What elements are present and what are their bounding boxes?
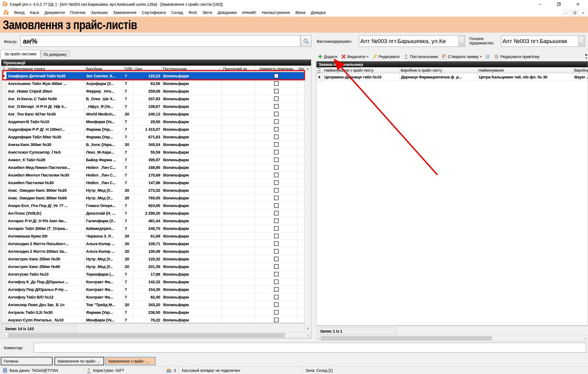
- binding-checkbox[interactable]: [274, 173, 279, 177]
- binding-checkbox[interactable]: [274, 279, 279, 284]
- binding-checkbox[interactable]: [274, 96, 279, 101]
- binding-checkbox[interactable]: [274, 272, 279, 276]
- scroll-down-arrow[interactable]: ∨: [304, 325, 311, 332]
- binding-checkbox[interactable]: [274, 318, 279, 322]
- create-request-button[interactable]: Створити заявку ▾: [441, 53, 483, 60]
- table-row[interactable]: Цитрамон-Дарниця табл №10 Дарниця Фармац…: [316, 73, 588, 81]
- proposals-vertical-scrollbar[interactable]: ∧ ∨: [304, 66, 311, 332]
- search-button[interactable]: [301, 35, 312, 47]
- binding-checkbox[interactable]: [274, 89, 279, 93]
- table-row[interactable]: Антифлу Пор Д/Оральн Р-Ну ... Контракт Ф…: [1, 286, 311, 293]
- binding-checkbox[interactable]: [274, 264, 279, 269]
- menu-item[interactable]: Філії: [186, 10, 200, 15]
- scroll-up-arrow[interactable]: ∧: [304, 66, 311, 72]
- table-row[interactable]: Антистрес Капс 250мг №60 Нутр_Мед (У... …: [1, 263, 311, 270]
- column-header-name[interactable]: Найменування товару: [7, 66, 85, 72]
- menu-item[interactable]: Звіти: [200, 10, 215, 15]
- window-tab-orders-by-price[interactable]: Замовлення по прайс ...: [54, 357, 104, 365]
- column-header-binding[interactable]: Наявність прив'язки: [255, 66, 298, 72]
- menu-item[interactable]: Залишки: [88, 10, 111, 15]
- binding-checkbox[interactable]: [274, 142, 279, 147]
- menu-item[interactable]: Замовлення: [110, 10, 139, 15]
- column-header-qty[interactable]: Кіл: [298, 66, 305, 72]
- table-row[interactable]: Андипал-В Табл №10 Монфарм (Ук... 7 29,5…: [1, 118, 311, 126]
- binding-checkbox[interactable]: [274, 295, 279, 299]
- tab-by-pricelists[interactable]: За прайс-листами: [1, 50, 40, 58]
- binding-checkbox[interactable]: [274, 211, 279, 215]
- menu-item[interactable]: Сертифікати: [139, 10, 169, 15]
- table-row[interactable]: Антифлу Табл В/О №12 Контракт Фа... 7 82…: [1, 293, 311, 301]
- menu-item[interactable]: Склад: [169, 10, 186, 15]
- binding-checkbox[interactable]: [274, 157, 279, 162]
- column-header-vat[interactable]: ПДВ: [123, 66, 133, 72]
- binding-checkbox[interactable]: [274, 112, 279, 116]
- table-row[interactable]: Андрофарм Р-Р Д/_Н 100мг/... Фармак (Укр…: [1, 126, 311, 133]
- table-row[interactable]: Анузол Супп Ректальн_ №10 Монфарм (Ук...…: [1, 316, 311, 323]
- table-row[interactable]: Антраль Табл 0,2г №30 Фармак (Укр... 7 2…: [1, 309, 311, 316]
- table-row[interactable]: Антимошка Крем 20г Червона З_Р... 20 61,…: [1, 232, 311, 240]
- table-row[interactable]: Анкс_Омедин Капс 300мг №20 Нутр_Мед (У..…: [1, 187, 311, 194]
- table-row[interactable]: Ан-Плюс (Уп/8,0г) Денсплай (Н_... 7 2 29…: [1, 209, 311, 217]
- binding-checkbox[interactable]: [274, 249, 279, 254]
- binding-checkbox[interactable]: [274, 234, 279, 238]
- mdi-minimize-button[interactable]: –: [562, 9, 570, 16]
- add-button[interactable]: Додати: [317, 53, 338, 60]
- binding-checkbox[interactable]: [274, 74, 279, 78]
- menu-item[interactable]: Каса: [27, 10, 42, 15]
- binding-checkbox[interactable]: [274, 196, 279, 200]
- binding-checkbox[interactable]: [274, 218, 279, 223]
- binding-checkbox[interactable]: [274, 135, 279, 139]
- binding-checkbox[interactable]: [274, 302, 279, 307]
- tab-by-directory[interactable]: По довіднику: [40, 51, 70, 58]
- table-row[interactable]: Антифлу К_Дс Пор Д/Оральн ... Контракт Ф…: [1, 278, 311, 286]
- table-row[interactable]: Антиседин 2 Життя Лосьйон+... Альта Коло…: [1, 240, 311, 248]
- request-horizontal-scrollbar[interactable]: ‹ ›: [316, 336, 588, 341]
- binding-checkbox[interactable]: [274, 241, 279, 246]
- list-view-button[interactable]: [485, 54, 491, 60]
- binding-checkbox[interactable]: [274, 150, 279, 154]
- column-header-price[interactable]: Ціна: [133, 66, 162, 72]
- binding-checkbox[interactable]: [274, 119, 279, 124]
- consignee-input[interactable]: [359, 36, 465, 47]
- scrollbar-thumb[interactable]: [8, 333, 285, 337]
- delete-button[interactable]: Видалити ▾: [340, 53, 369, 60]
- column-header-maker[interactable]: Виробник: [85, 66, 123, 72]
- toolbar-overflow-button[interactable]: » ▾: [585, 52, 587, 59]
- minimize-button[interactable]: –: [534, 0, 546, 8]
- binding-checkbox[interactable]: [274, 226, 279, 231]
- scrollbar-thumb[interactable]: [321, 336, 492, 340]
- menu-item[interactable]: Довідка: [308, 10, 328, 15]
- restore-button[interactable]: [553, 0, 565, 8]
- column-header-supplier[interactable]: Постачальник △: [162, 66, 222, 72]
- column-header-valid-until[interactable]: Придатний до: [222, 66, 255, 72]
- table-row[interactable]: Андрофарм Табл 50мг №20 Фармак (Укр... 7…: [1, 133, 311, 141]
- table-row[interactable]: Анеза Капс 300мг №30 Б_Хелс (Укра... 20 …: [1, 141, 311, 148]
- table-row[interactable]: Анжел_К Табл №28 Байєр Фарма ... 7 395,9…: [1, 156, 311, 164]
- binding-checkbox[interactable]: [274, 203, 279, 208]
- edit-button[interactable]: Редагувати: [371, 53, 401, 60]
- binding-checkbox[interactable]: [274, 127, 279, 132]
- menu-item[interactable]: Довідники: [215, 10, 239, 15]
- menu-item[interactable]: Вихід: [11, 10, 27, 15]
- table-row[interactable]: Анг_Н-Хеель С Табл №50 Б_Олог_Ше Х... 7 …: [1, 95, 311, 103]
- binding-checkbox[interactable]: [274, 104, 279, 109]
- mdi-close-button[interactable]: ×: [579, 9, 587, 16]
- table-row[interactable]: Анаферон Дитячий Табл №20 Зат Сантон_К..…: [1, 72, 311, 80]
- table-row[interactable]: Ангельмекс Табл Жув 400мг ... Агрофарм (…: [1, 80, 311, 87]
- menu-item[interactable]: Вікна: [293, 10, 308, 15]
- window-tab-orders-from-pricelists[interactable]: Замовлення з прайс- ...: [105, 357, 156, 365]
- binding-checkbox[interactable]: [274, 81, 279, 86]
- table-row[interactable]: Антистрес Капс 250мг №30 Нутр_Мед (У... …: [1, 255, 311, 263]
- table-row[interactable]: Анестезол Супозитор_Ї №5 Лекх_М-Харк... …: [1, 148, 311, 156]
- table-row[interactable]: Антиседин 2 Життя 200мл За... Альта Коло…: [1, 248, 311, 255]
- main-enterprise-input[interactable]: [501, 36, 585, 47]
- suppliers-button[interactable]: Постачальники: [403, 53, 439, 60]
- column-header-maker-from-pricelist[interactable]: Виробник із прайс-листу: [400, 67, 477, 73]
- table-row[interactable]: Антихлор Люкс Дез Зас_Б 1л Тов "Трейд М.…: [1, 301, 311, 309]
- menu-item[interactable]: eHealth: [239, 10, 259, 15]
- window-tab-home[interactable]: Головна: [1, 357, 53, 365]
- menu-item[interactable]: Платежі: [68, 10, 88, 15]
- close-button[interactable]: ×: [572, 0, 584, 8]
- column-header-name-from-pricelist[interactable]: Найменування з прайс-листу: [323, 67, 400, 73]
- binding-checkbox[interactable]: [274, 257, 279, 261]
